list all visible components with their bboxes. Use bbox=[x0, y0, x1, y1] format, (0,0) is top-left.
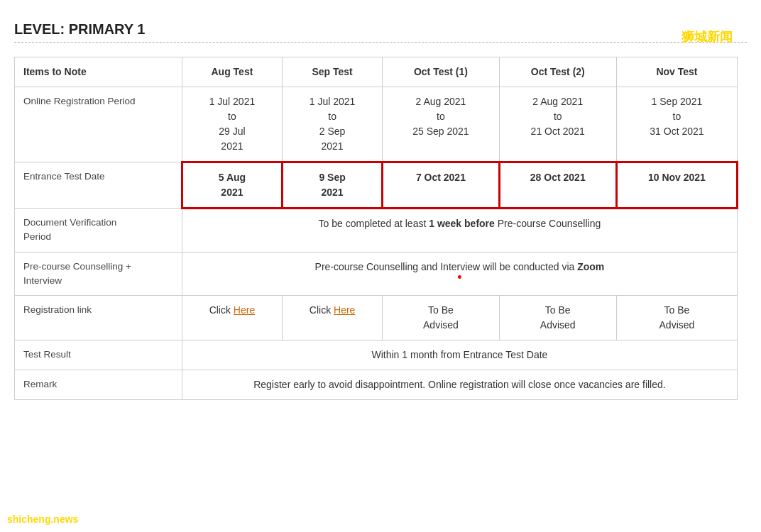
registration-link-row: Registration link Click Here Click Here … bbox=[15, 296, 738, 340]
test-result-text: Within 1 month from Entrance Test Date bbox=[182, 340, 737, 370]
page-title: LEVEL: PRIMARY 1 bbox=[14, 21, 747, 38]
test-result-label: Test Result bbox=[15, 340, 182, 370]
precourse-label: Pre-course Counselling +Interview bbox=[15, 252, 182, 296]
watermark-top: 狮城新闻 bbox=[681, 28, 733, 45]
entrance-test-row: Entrance Test Date 5 Aug2021 9 Sep2021 7… bbox=[15, 162, 738, 209]
col-header-oct2: Oct Test (2) bbox=[499, 57, 616, 87]
red-dot: • bbox=[191, 275, 728, 281]
reg-link-aug[interactable]: Click Here bbox=[182, 296, 282, 340]
col-header-nov: Nov Test bbox=[616, 57, 737, 87]
entrance-sep: 9 Sep2021 bbox=[283, 162, 383, 209]
reg-link-oct1: To BeAdvised bbox=[383, 296, 499, 340]
online-reg-oct1: 2 Aug 2021to25 Sep 2021 bbox=[383, 87, 499, 162]
schedule-table: Items to Note Aug Test Sep Test Oct Test… bbox=[14, 57, 738, 400]
online-reg-sep: 1 Jul 2021to2 Sep2021 bbox=[283, 87, 383, 162]
col-header-oct1: Oct Test (1) bbox=[383, 57, 499, 87]
entrance-nov: 10 Nov 2021 bbox=[616, 162, 737, 209]
test-result-row: Test Result Within 1 month from Entrance… bbox=[15, 340, 738, 370]
col-header-sep: Sep Test bbox=[283, 57, 383, 87]
entrance-label: Entrance Test Date bbox=[15, 162, 182, 209]
reg-link-aug-here[interactable]: Here bbox=[234, 304, 255, 316]
reg-link-nov: To BeAdvised bbox=[616, 296, 737, 340]
main-table-wrapper: Items to Note Aug Test Sep Test Oct Test… bbox=[14, 57, 747, 400]
doc-verification-row: Document VerificationPeriod To be comple… bbox=[15, 209, 738, 253]
remark-text: Register early to avoid disappointment. … bbox=[182, 370, 737, 400]
reg-link-sep-here[interactable]: Here bbox=[334, 304, 355, 316]
online-registration-row: Online Registration Period 1 Jul 2021to2… bbox=[15, 87, 738, 162]
entrance-aug: 5 Aug2021 bbox=[182, 162, 282, 209]
online-reg-label: Online Registration Period bbox=[15, 87, 182, 162]
precourse-row: Pre-course Counselling +Interview Pre-co… bbox=[15, 252, 738, 296]
reg-link-sep[interactable]: Click Here bbox=[283, 296, 383, 340]
precourse-text: Pre-course Counselling and Interview wil… bbox=[182, 252, 737, 296]
col-header-aug: Aug Test bbox=[182, 57, 282, 87]
col-header-items: Items to Note bbox=[15, 57, 182, 87]
remark-label: Remark bbox=[15, 370, 182, 400]
remark-row: Remark Register early to avoid disappoin… bbox=[15, 370, 738, 400]
online-reg-oct2: 2 Aug 2021to21 Oct 2021 bbox=[499, 87, 616, 162]
reg-link-label: Registration link bbox=[15, 296, 182, 340]
entrance-oct1: 7 Oct 2021 bbox=[383, 162, 499, 209]
reg-link-oct2: To BeAdvised bbox=[499, 296, 616, 340]
doc-verification-label: Document VerificationPeriod bbox=[15, 209, 182, 253]
divider bbox=[14, 42, 747, 43]
online-reg-nov: 1 Sep 2021to31 Oct 2021 bbox=[616, 87, 737, 162]
entrance-oct2: 28 Oct 2021 bbox=[499, 162, 616, 209]
doc-verification-text: To be completed at least 1 week before P… bbox=[182, 209, 737, 253]
online-reg-aug: 1 Jul 2021to29 Jul2021 bbox=[182, 87, 282, 162]
